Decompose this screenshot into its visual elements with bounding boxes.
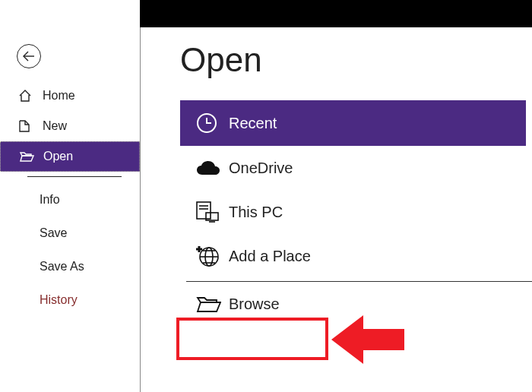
page-title: Open — [180, 41, 532, 79]
back-button[interactable] — [17, 44, 41, 68]
sidebar-divider — [27, 176, 122, 177]
location-label: Add a Place — [229, 248, 311, 265]
folder-open-icon — [195, 294, 229, 314]
sidebar-label: Open — [43, 150, 73, 163]
sidebar-item-home[interactable]: Home — [0, 81, 140, 111]
folder-open-icon — [19, 150, 34, 163]
sidebar-label: Info — [40, 193, 60, 207]
location-recent[interactable]: Recent — [180, 100, 526, 146]
sidebar-label: Home — [43, 89, 75, 103]
location-onedrive[interactable]: OneDrive — [180, 146, 526, 190]
arrow-left-icon — [22, 50, 36, 62]
sidebar-item-history[interactable]: History — [0, 283, 140, 317]
sidebar-item-saveas[interactable]: Save As — [0, 250, 140, 283]
location-browse[interactable]: Browse — [180, 282, 526, 326]
sidebar-item-new[interactable]: New — [0, 111, 140, 141]
computer-icon — [195, 201, 229, 223]
sidebar-nav: Home New Open — [0, 81, 140, 172]
sidebar-label: History — [40, 293, 78, 307]
backstage-sidebar: Home New Open Info Save Save As History — [0, 27, 140, 392]
svg-rect-2 — [197, 202, 211, 219]
sidebar-item-open[interactable]: Open — [0, 141, 140, 172]
location-label: Browse — [229, 296, 280, 313]
location-addplace[interactable]: Add a Place — [180, 234, 526, 278]
sidebar-label: Save As — [40, 260, 84, 273]
location-thispc[interactable]: This PC — [180, 190, 526, 234]
open-location-list: Recent OneDrive This PC — [180, 100, 532, 278]
main-panel: Open Recent OneDrive This PC — [141, 27, 532, 392]
clock-icon — [195, 112, 229, 134]
new-doc-icon — [18, 119, 33, 133]
open-browse-list: Browse — [180, 282, 532, 326]
sidebar-item-info[interactable]: Info — [0, 183, 140, 217]
title-bar — [140, 0, 532, 27]
location-label: Recent — [229, 115, 277, 132]
location-label: OneDrive — [229, 160, 293, 177]
location-label: This PC — [229, 204, 283, 221]
add-place-icon — [195, 245, 229, 267]
home-icon — [18, 89, 33, 103]
sidebar-label: Save — [40, 226, 67, 240]
cloud-icon — [195, 160, 229, 176]
sidebar-label: New — [43, 119, 67, 133]
sidebar-item-save[interactable]: Save — [0, 217, 140, 250]
